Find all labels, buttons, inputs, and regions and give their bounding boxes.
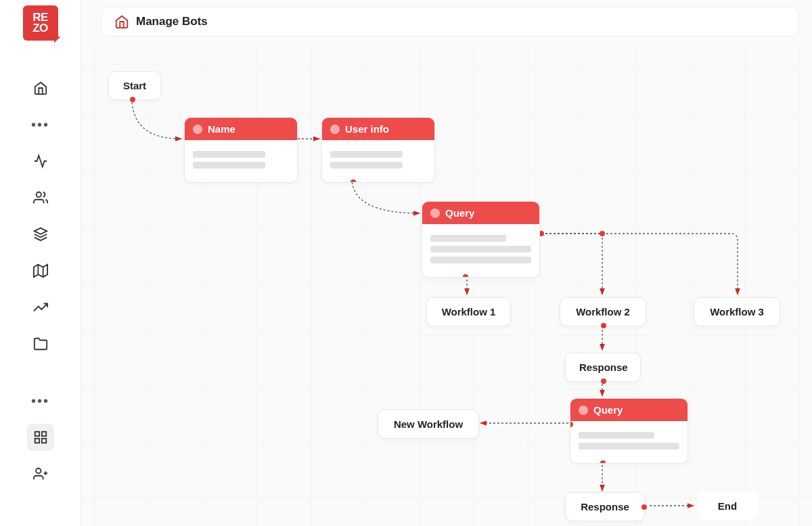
- flow-canvas[interactable]: Start Name User info Query Workflow 1: [81, 44, 812, 526]
- node-start[interactable]: Start: [108, 71, 161, 100]
- placeholder-line: [330, 162, 403, 169]
- user-plus-icon: [33, 466, 48, 481]
- svg-rect-8: [35, 439, 39, 443]
- brand-logo: RE ZO: [23, 5, 58, 41]
- sidebar: RE ZO ••• •••: [0, 0, 81, 526]
- svg-rect-5: [35, 432, 39, 436]
- connector-dot: [600, 231, 605, 236]
- sidebar-item-layers[interactable]: [27, 221, 54, 248]
- sidebar-item-grid[interactable]: [27, 424, 54, 451]
- connector-dot: [351, 179, 356, 183]
- node-workflow1[interactable]: Workflow 1: [426, 297, 511, 326]
- sidebar-item-activity[interactable]: [27, 148, 54, 175]
- node-body: [422, 224, 539, 277]
- placeholder-line: [430, 257, 531, 263]
- placeholder-line: [430, 246, 531, 253]
- node-status-dot: [330, 125, 340, 134]
- connector-dot: [463, 274, 468, 278]
- sidebar-item-home[interactable]: [27, 74, 54, 102]
- node-label: Workflow 1: [442, 306, 496, 317]
- svg-marker-1: [34, 228, 46, 234]
- home-icon: [33, 81, 48, 95]
- node-body: [570, 421, 687, 463]
- home-outline-icon: [114, 14, 129, 29]
- placeholder-line: [579, 432, 654, 439]
- sidebar-item-adduser[interactable]: [27, 460, 54, 487]
- node-workflow2[interactable]: Workflow 2: [560, 297, 646, 326]
- folder-icon: [33, 336, 48, 351]
- page-header: Manage Bots: [102, 7, 798, 37]
- node-label: Response: [579, 361, 628, 373]
- sidebar-item-folder[interactable]: [27, 330, 54, 357]
- node-userinfo[interactable]: User info: [321, 117, 435, 183]
- placeholder-line: [330, 151, 403, 158]
- trending-icon: [33, 300, 48, 315]
- users-icon: [33, 190, 48, 205]
- node-label: New Workflow: [394, 418, 463, 430]
- placeholder-line: [193, 151, 265, 158]
- placeholder-line: [193, 162, 265, 169]
- svg-rect-7: [41, 439, 45, 443]
- node-query1[interactable]: Query: [422, 201, 540, 278]
- svg-rect-6: [41, 432, 45, 436]
- sidebar-item-more-top[interactable]: •••: [27, 111, 54, 138]
- svg-marker-2: [33, 265, 47, 277]
- node-workflow3[interactable]: Workflow 3: [694, 297, 780, 326]
- node-response1[interactable]: Response: [565, 353, 641, 382]
- node-status-dot: [193, 125, 202, 134]
- connector-dot: [130, 97, 135, 102]
- svg-point-9: [36, 468, 41, 473]
- connector-dot: [601, 323, 606, 328]
- node-status-dot: [430, 209, 440, 218]
- node-label: User info: [345, 123, 389, 135]
- page-title: Manage Bots: [136, 15, 208, 28]
- node-label: Query: [445, 207, 474, 219]
- node-end[interactable]: End: [697, 492, 758, 520]
- connector-dot: [600, 460, 606, 464]
- node-body: [185, 140, 297, 182]
- node-label: Name: [208, 123, 235, 135]
- node-label: End: [718, 500, 737, 512]
- node-label: Response: [581, 501, 629, 512]
- sidebar-item-more-bottom[interactable]: •••: [27, 387, 54, 414]
- dots-icon: •••: [31, 397, 49, 404]
- brand-line2: ZO: [32, 23, 48, 34]
- node-name[interactable]: Name: [184, 117, 298, 183]
- dots-icon: •••: [31, 121, 49, 128]
- node-label: Workflow 2: [576, 306, 630, 317]
- node-newworkflow[interactable]: New Workflow: [378, 410, 479, 439]
- map-icon: [33, 263, 48, 278]
- node-label: Workflow 3: [710, 306, 764, 317]
- sidebar-item-map[interactable]: [27, 257, 54, 284]
- sidebar-item-users[interactable]: [27, 184, 54, 211]
- connector-dot: [601, 378, 606, 384]
- svg-point-0: [36, 192, 41, 197]
- node-label: Query: [593, 404, 623, 416]
- placeholder-line: [430, 235, 506, 242]
- grid-icon: [33, 430, 48, 445]
- activity-icon: [33, 154, 48, 169]
- layers-icon: [33, 227, 48, 242]
- sidebar-item-trend[interactable]: [27, 294, 54, 321]
- connectors: [81, 44, 812, 526]
- placeholder-line: [579, 443, 679, 450]
- node-status-dot: [579, 406, 588, 415]
- node-body: [322, 140, 434, 182]
- node-query2[interactable]: Query: [570, 398, 688, 464]
- connector-dot: [641, 504, 647, 510]
- node-label: Start: [123, 80, 146, 91]
- node-response2[interactable]: Response: [565, 492, 645, 521]
